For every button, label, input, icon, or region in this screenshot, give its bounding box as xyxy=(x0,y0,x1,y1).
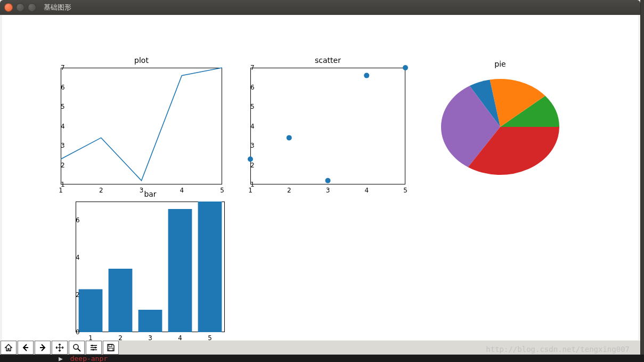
home-icon xyxy=(4,343,13,352)
tick-label: 3 xyxy=(326,184,330,194)
figure-canvas: plot 123456712345 scatter 123456712345 b… xyxy=(2,15,638,340)
svg-rect-8 xyxy=(168,209,192,332)
tick-label: 3 xyxy=(61,142,64,149)
axes-bar: bar 024612345 xyxy=(76,202,225,332)
tick-label: 5 xyxy=(250,103,254,110)
arrow-right-icon xyxy=(38,343,47,352)
tick-label: 6 xyxy=(250,84,254,91)
window-title: 基础图形 xyxy=(40,3,71,12)
svg-rect-9 xyxy=(198,202,222,332)
titlebar[interactable]: 基础图形 xyxy=(0,0,640,15)
back-button[interactable] xyxy=(18,341,34,355)
svg-rect-5 xyxy=(79,289,103,333)
line-plot xyxy=(61,68,222,184)
tick-label: 6 xyxy=(76,216,79,224)
sliders-icon xyxy=(89,343,98,352)
save-button[interactable] xyxy=(103,341,119,355)
svg-point-10 xyxy=(74,344,78,349)
tick-label: 4 xyxy=(364,184,369,194)
svg-point-3 xyxy=(364,73,369,78)
forward-button[interactable] xyxy=(35,341,51,355)
tick-label: 4 xyxy=(61,123,64,130)
minimize-icon[interactable] xyxy=(16,3,25,12)
tick-label: 2 xyxy=(250,162,254,169)
save-icon xyxy=(107,343,115,352)
arrow-left-icon xyxy=(21,343,30,352)
tick-label: 5 xyxy=(61,103,64,110)
watermark-text: http://blog.csdn.net/tengxing007 xyxy=(486,345,630,353)
svg-point-11 xyxy=(92,345,93,347)
terminal-prompt: ▶ xyxy=(59,355,63,362)
axes-title: plot xyxy=(61,56,222,65)
tick-label: 2 xyxy=(61,162,64,169)
tick-label: 7 xyxy=(61,64,64,71)
scatter-plot xyxy=(250,68,405,184)
pan-button[interactable] xyxy=(52,341,68,355)
desktop: ▶ deep-anpr 基础图形 plot 123456712345 scatt… xyxy=(0,0,644,362)
tick-label: 1 xyxy=(248,184,252,194)
axes-pie: pie xyxy=(441,79,559,175)
tick-label: 6 xyxy=(61,84,64,91)
axes-title: bar xyxy=(76,190,225,198)
svg-point-1 xyxy=(287,135,292,140)
svg-rect-15 xyxy=(109,348,113,351)
close-icon[interactable] xyxy=(4,3,13,12)
tick-label: 5 xyxy=(403,184,407,194)
matplotlib-window: 基础图形 plot 123456712345 scatter 123456712… xyxy=(0,0,640,355)
axes-title: pie xyxy=(441,60,559,68)
mpl-toolbar: http://blog.csdn.net/tengxing007 xyxy=(0,341,640,355)
move-icon xyxy=(55,343,64,352)
axes-title: scatter xyxy=(250,56,405,65)
svg-point-12 xyxy=(95,347,96,349)
pie-plot xyxy=(441,79,559,175)
home-button[interactable] xyxy=(1,341,17,355)
maximize-icon[interactable] xyxy=(28,3,36,12)
terminal-peek: ▶ deep-anpr xyxy=(0,355,644,362)
zoom-button[interactable] xyxy=(69,341,85,355)
terminal-text: deep-anpr xyxy=(70,355,108,362)
svg-rect-7 xyxy=(138,310,162,332)
configure-button[interactable] xyxy=(86,341,102,355)
tick-label: 0 xyxy=(76,328,79,336)
tick-label: 3 xyxy=(250,142,254,149)
tick-label: 2 xyxy=(287,184,291,194)
tick-label: 1 xyxy=(59,184,63,194)
svg-rect-6 xyxy=(109,269,133,332)
tick-label: 4 xyxy=(250,123,254,130)
axes-plot: plot 123456712345 xyxy=(61,68,222,184)
axes-scatter: scatter 123456712345 xyxy=(250,68,405,184)
bar-plot xyxy=(76,202,225,332)
tick-label: 4 xyxy=(76,254,79,261)
tick-label: 7 xyxy=(250,64,254,71)
svg-point-4 xyxy=(403,65,408,70)
zoom-icon xyxy=(72,343,81,352)
tick-label: 2 xyxy=(76,291,79,299)
svg-point-2 xyxy=(325,178,331,183)
svg-point-13 xyxy=(93,349,94,351)
